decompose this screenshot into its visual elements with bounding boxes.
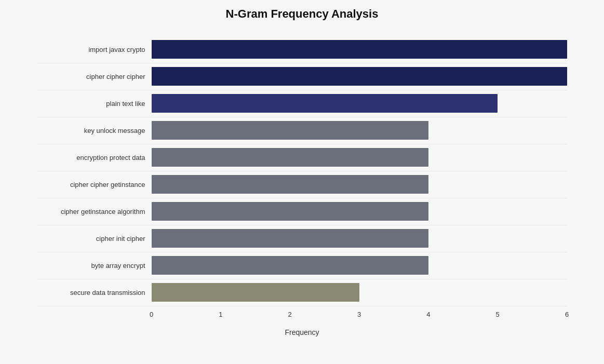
bar-fill [152,202,428,221]
bar-label: key unlock message [37,127,152,134]
bar-row: cipher cipher getinstance [37,171,567,198]
bar-track [152,148,567,167]
x-tick: 4 [426,311,430,318]
bar-row: encryption protect data [37,144,567,171]
bar-track [152,202,567,221]
chart-container: N-Gram Frequency Analysis import javax c… [17,0,588,364]
bar-row: secure data transmission [37,279,567,306]
x-axis-area: 0123456 [37,311,567,326]
bar-fill [152,175,428,194]
x-tick: 5 [496,311,500,318]
bar-row: byte array encrypt [37,252,567,279]
x-tick: 3 [357,311,361,318]
bar-label: byte array encrypt [37,262,152,269]
x-axis-spacer [37,311,152,326]
bar-track [152,283,567,302]
chart-area: import javax cryptocipher cipher cipherp… [37,36,567,306]
bar-label: plain text like [37,100,152,107]
bar-label: import javax crypto [37,46,152,53]
bar-fill [152,283,359,302]
bar-track [152,94,567,113]
x-tick: 6 [565,311,569,318]
x-tick: 1 [219,311,222,318]
bar-track [152,121,567,140]
bar-label: cipher cipher getinstance [37,181,152,188]
bar-label: encryption protect data [37,154,152,161]
bar-track [152,67,567,86]
bar-track [152,256,567,275]
bar-track [152,229,567,248]
bar-label: cipher init cipher [37,235,152,242]
bar-track [152,40,567,59]
bar-label: cipher cipher cipher [37,73,152,80]
bar-row: key unlock message [37,117,567,144]
bar-row: cipher cipher cipher [37,63,567,90]
bar-row: cipher getinstance algorithm [37,198,567,225]
bar-fill [152,229,428,248]
bar-fill [152,256,428,275]
x-axis-label: Frequency [37,328,567,336]
bar-fill [152,148,428,167]
bar-fill [152,121,428,140]
chart-title: N-Gram Frequency Analysis [37,7,567,21]
bar-row: cipher init cipher [37,225,567,252]
bar-row: import javax crypto [37,36,567,63]
bar-fill [152,94,498,113]
x-tick: 2 [288,311,292,318]
x-axis-ticks: 0123456 [152,311,567,326]
bar-fill [152,67,567,86]
x-tick: 0 [150,311,153,318]
bar-track [152,175,567,194]
bar-fill [152,40,567,59]
bar-row: plain text like [37,90,567,117]
bar-label: cipher getinstance algorithm [37,208,152,215]
bar-label: secure data transmission [37,289,152,296]
